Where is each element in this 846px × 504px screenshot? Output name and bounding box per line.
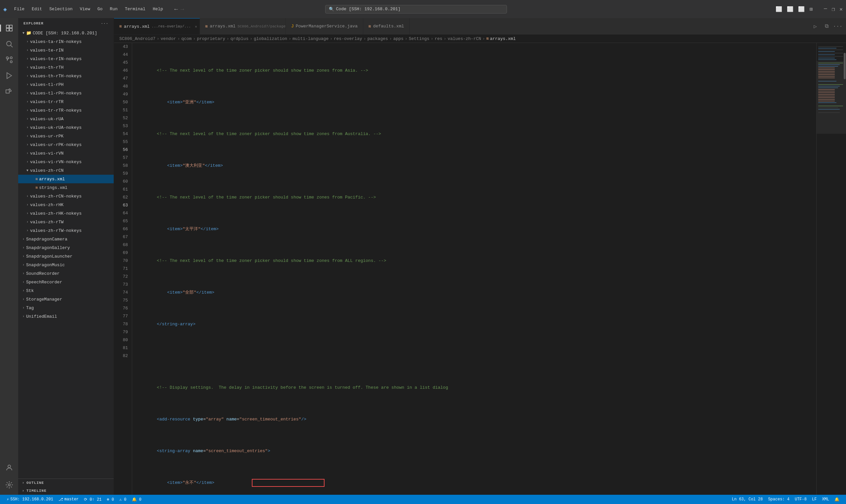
status-encoding[interactable]: UTF-8 bbox=[792, 495, 809, 504]
tree-item[interactable]: ›values-uk-rUA-nokeys bbox=[18, 123, 114, 132]
status-warnings[interactable]: ⚠ 0 bbox=[117, 495, 129, 504]
status-branch[interactable]: ⎇ master bbox=[56, 495, 81, 504]
tab-power-manager[interactable]: J PowerManagerService.java bbox=[286, 18, 363, 34]
tree-item[interactable]: ›StorageManager bbox=[18, 295, 114, 304]
tree-item[interactable]: ›Stk bbox=[18, 286, 114, 295]
breadcrumb-sc806[interactable]: SC806_Android7 bbox=[119, 36, 155, 41]
sidebar-toggle-icon[interactable]: ⬜ bbox=[776, 6, 782, 13]
activity-run-debug[interactable] bbox=[2, 68, 17, 83]
tree-file-strings-xml[interactable]: ≋ strings.xml bbox=[18, 183, 114, 192]
breadcrumb-arrays-xml[interactable]: ≋arrays.xml bbox=[487, 36, 516, 41]
status-spaces[interactable]: Spaces: 4 bbox=[765, 495, 792, 504]
menu-run[interactable]: Run bbox=[106, 5, 121, 13]
tree-root[interactable]: ▼ 📁 CODE [SSH: 192.168.0.201] bbox=[18, 29, 114, 37]
breadcrumb-res-overlay[interactable]: res-overlay bbox=[334, 36, 362, 41]
line-num: 71 bbox=[118, 265, 128, 273]
customize-layout-icon[interactable]: ⊞ bbox=[809, 6, 813, 13]
menu-file[interactable]: File bbox=[11, 5, 28, 13]
tree-item[interactable]: ›values-th-rTH-nokeys bbox=[18, 72, 114, 80]
breadcrumb-qrdplus[interactable]: qrdplus bbox=[230, 36, 248, 41]
search-bar[interactable]: 🔍 Code [SSH: 192.168.0.201] bbox=[325, 5, 507, 14]
minimap[interactable] bbox=[816, 43, 846, 495]
status-eol[interactable]: LF bbox=[809, 495, 819, 504]
split-editor-button[interactable]: ⧉ bbox=[822, 21, 831, 31]
tab-arrays-xml-2[interactable]: ≋ arrays.xml SC806_Android7/packages/... bbox=[200, 18, 286, 34]
more-actions-button[interactable]: ··· bbox=[833, 21, 843, 31]
window-close-button[interactable]: ✕ bbox=[840, 6, 843, 13]
tree-item[interactable]: ›values-vi-rVN-nokeys bbox=[18, 158, 114, 166]
tree-item[interactable]: ›values-tr-rTR bbox=[18, 97, 114, 106]
outline-section[interactable]: › OUTLINE bbox=[18, 479, 114, 487]
tree-item[interactable]: ›Tag bbox=[18, 304, 114, 312]
tree-item[interactable]: ›values-uk-rUA bbox=[18, 114, 114, 123]
timeline-section[interactable]: › TIMELINE bbox=[18, 487, 114, 495]
tree-item[interactable]: ›values-ur-rPK-nokeys bbox=[18, 140, 114, 149]
breadcrumb-apps[interactable]: apps bbox=[393, 36, 404, 41]
tree-item[interactable]: ›values-zh-rTW bbox=[18, 218, 114, 226]
breadcrumb-vendor[interactable]: vendor bbox=[161, 36, 176, 41]
status-cursor[interactable]: Ln 63, Col 28 bbox=[729, 495, 766, 504]
tree-item[interactable]: ›values-tl-rPH bbox=[18, 80, 114, 89]
window-restore-button[interactable]: ❐ bbox=[832, 6, 835, 13]
breadcrumb-res[interactable]: res bbox=[435, 36, 442, 41]
status-bell[interactable]: 🔔 bbox=[832, 495, 842, 504]
tree-item[interactable]: ›values-vi-rVN bbox=[18, 149, 114, 158]
tree-item[interactable]: ›SpeechRecorder bbox=[18, 278, 114, 286]
tree-folder-zh-rCN[interactable]: ▼values-zh-rCN bbox=[18, 166, 114, 175]
activity-settings[interactable] bbox=[2, 478, 17, 492]
activity-search[interactable] bbox=[2, 37, 17, 51]
menu-terminal[interactable]: Terminal bbox=[122, 5, 149, 13]
status-sync[interactable]: ⟳ 0↑ 21 bbox=[81, 495, 104, 504]
tree-item[interactable]: ›SnapdragonGallery bbox=[18, 244, 114, 252]
status-ssh[interactable]: ⚡ SSH: 192.168.0.201 bbox=[4, 495, 56, 504]
tree-item[interactable]: ›values-tr-rTR-nokeys bbox=[18, 106, 114, 114]
tree-item[interactable]: ›values-ta-rIN-nokeys bbox=[18, 37, 114, 46]
tree-file-arrays-xml[interactable]: ≋ arrays.xml bbox=[18, 175, 114, 183]
code-content[interactable]: <!-- The next level of the time zoner pi… bbox=[132, 43, 816, 495]
tree-item[interactable]: ›values-zh-rCN-nokeys bbox=[18, 192, 114, 200]
panel-toggle-icon[interactable]: ⬜ bbox=[787, 6, 793, 13]
breadcrumb-multi-language[interactable]: multi-language bbox=[293, 36, 329, 41]
activity-extensions[interactable] bbox=[2, 84, 17, 99]
menu-help[interactable]: Help bbox=[149, 5, 166, 13]
tab-arrays-xml-active[interactable]: ≋ arrays.xml ...res-overlay/... ✕ bbox=[114, 18, 200, 34]
tree-item[interactable]: ›values-te-rIN bbox=[18, 46, 114, 54]
menu-go[interactable]: Go bbox=[94, 5, 106, 13]
tree-item[interactable]: ›SnapdragonCamera bbox=[18, 235, 114, 244]
breadcrumb-proprietary[interactable]: proprietary bbox=[197, 36, 225, 41]
sidebar-more-button[interactable]: ··· bbox=[101, 21, 108, 25]
layout-icon[interactable]: ⬜ bbox=[798, 6, 805, 13]
window-minimize-button[interactable]: ─ bbox=[824, 6, 827, 13]
tree-item[interactable]: ›values-zh-rHK-nokeys bbox=[18, 209, 114, 218]
activity-account[interactable] bbox=[2, 461, 17, 475]
tree-item[interactable]: ›values-ur-rPK bbox=[18, 132, 114, 140]
tree-item[interactable]: ›values-th-rTH bbox=[18, 63, 114, 72]
tree-item[interactable]: ›values-tl-rPH-nokeys bbox=[18, 89, 114, 97]
tree-item[interactable]: ›SoundRecorder bbox=[18, 269, 114, 278]
breadcrumb-values-zh[interactable]: values-zh-rCN bbox=[447, 36, 481, 41]
status-notifications[interactable]: 🔔 0 bbox=[129, 495, 144, 504]
tree-item[interactable]: ›values-zh-rHK bbox=[18, 200, 114, 209]
menu-edit[interactable]: Edit bbox=[29, 5, 45, 13]
tree-item[interactable]: ›values-zh-rTW-nokeys bbox=[18, 226, 114, 235]
status-language[interactable]: XML bbox=[819, 495, 832, 504]
code-editor[interactable]: 43 44 45 46 47 48 49 50 51 52 53 54 55 5… bbox=[114, 43, 846, 495]
nav-back-button[interactable]: ← bbox=[174, 6, 178, 13]
tree-item[interactable]: ›SnapdragonMusic bbox=[18, 260, 114, 269]
menu-view[interactable]: View bbox=[77, 5, 93, 13]
menu-selection[interactable]: Selection bbox=[46, 5, 76, 13]
breadcrumb-settings[interactable]: Settings bbox=[409, 36, 429, 41]
tree-item[interactable]: ›SnapdragonLauncher bbox=[18, 252, 114, 260]
breadcrumb-globalization[interactable]: globalization bbox=[254, 36, 287, 41]
activity-explorer[interactable] bbox=[2, 21, 17, 35]
run-button[interactable]: ▷ bbox=[810, 21, 820, 31]
tab-defaults-xml[interactable]: ≋ defaults.xml bbox=[363, 18, 409, 34]
tree-item[interactable]: ›values-te-rIN-nokeys bbox=[18, 54, 114, 63]
activity-source-control[interactable] bbox=[2, 53, 17, 67]
tab-close-button[interactable]: ✕ bbox=[195, 24, 197, 29]
status-errors[interactable]: ⊗ 0 bbox=[104, 495, 117, 504]
tree-item[interactable]: ›UnifiedEmail bbox=[18, 312, 114, 321]
breadcrumb-packages[interactable]: packages bbox=[368, 36, 388, 41]
breadcrumb-qcom[interactable]: qcom bbox=[181, 36, 192, 41]
nav-forward-button[interactable]: → bbox=[180, 6, 184, 13]
